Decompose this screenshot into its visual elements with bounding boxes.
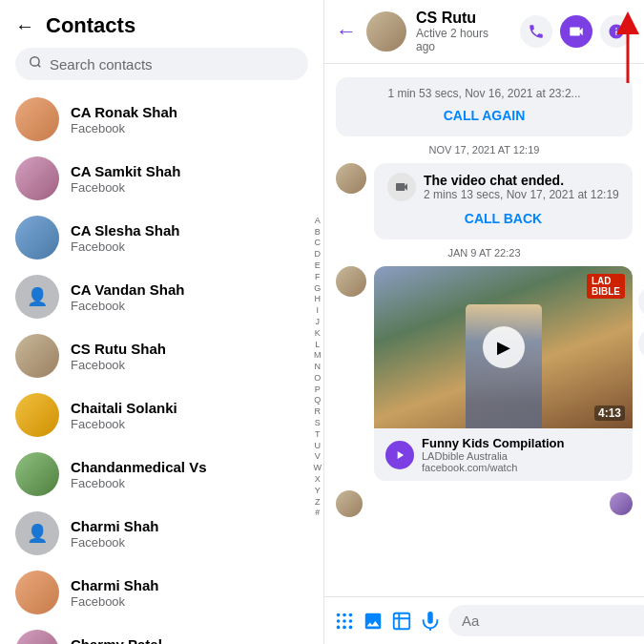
alphabet-letter[interactable]: S [315, 418, 321, 428]
contact-avatar: 👤 [15, 275, 59, 319]
video-badge: LADBIBLE [587, 274, 625, 299]
alphabet-letter[interactable]: E [315, 260, 321, 271]
alphabet-letter[interactable]: V [315, 451, 321, 462]
chat-contact-name: CS Rutu [416, 10, 510, 27]
contact-info: Charmy Patel Facebook [71, 635, 308, 644]
contact-avatar: 👤 [15, 511, 59, 555]
contact-info: Chandanmedical Vs Facebook [71, 458, 308, 491]
contact-item[interactable]: 👤 Charmi Shah Facebook [0, 504, 323, 563]
photo-icon[interactable] [363, 606, 384, 636]
mic-icon[interactable] [420, 606, 441, 636]
alphabet-letter[interactable]: O [314, 373, 321, 384]
contact-item[interactable]: CS Rutu Shah Facebook [0, 326, 323, 385]
contact-sub: Facebook [71, 239, 308, 254]
contact-info: CA Ronak Shah Facebook [71, 103, 308, 136]
contact-name: Chandanmedical Vs [71, 458, 308, 477]
video-thumbnail[interactable]: LADBIBLE ▶ 4:13 [374, 266, 633, 428]
video-title: Funny Kids Compilation [422, 436, 565, 450]
svg-point-7 [337, 613, 341, 616]
contact-sub: Facebook [71, 358, 308, 372]
contact-item[interactable]: CA Ronak Shah Facebook [0, 90, 323, 149]
video-duration: 4:13 [594, 405, 625, 421]
info-button[interactable] [600, 15, 633, 48]
contact-name: CA Vandan Shah [71, 280, 308, 300]
call-again-button[interactable]: CALL AGAIN [444, 104, 526, 127]
video-call-header: The video chat ended. 2 mins 13 secs, No… [387, 173, 619, 201]
contact-name: Charmi Shah [71, 517, 308, 536]
contact-sub: Facebook [71, 535, 308, 550]
contact-item[interactable]: Charmy Patel Facebook [0, 622, 323, 644]
search-icon [29, 55, 42, 73]
share-button[interactable] [638, 285, 644, 318]
alphabet-letter[interactable]: N [315, 362, 322, 372]
video-ended-title: The video chat ended. [424, 173, 619, 188]
sender-avatar-2 [336, 266, 366, 297]
contact-info: Charmi Shah Facebook [71, 576, 308, 610]
gallery-icon[interactable] [391, 606, 412, 636]
alphabet-letter[interactable]: M [314, 350, 322, 361]
alphabet-letter[interactable]: D [315, 249, 322, 260]
phone-call-button[interactable] [520, 15, 552, 48]
video-share-content: LADBIBLE ▶ 4:13 Funny Kids Compilation L [374, 266, 633, 481]
alphabet-letter[interactable]: J [316, 317, 321, 327]
contact-name: CA Ronak Shah [71, 103, 308, 122]
alphabet-letter[interactable]: W [314, 463, 322, 473]
alphabet-letter[interactable]: C [315, 238, 322, 248]
message-input[interactable] [448, 605, 644, 636]
alphabet-letter[interactable]: Z [315, 497, 321, 508]
alphabet-letter[interactable]: P [315, 384, 321, 395]
contact-item[interactable]: Chaitali Solanki Facebook [0, 385, 323, 445]
contact-item[interactable]: Chandanmedical Vs Facebook [0, 445, 323, 504]
alphabet-letter[interactable]: F [315, 272, 321, 282]
alphabet-letter[interactable]: G [314, 283, 321, 294]
svg-point-9 [349, 613, 353, 616]
svg-point-15 [349, 625, 353, 629]
chat-body: 1 min 53 secs, Nov 16, 2021 at 23:2... C… [324, 64, 644, 596]
svg-point-14 [343, 625, 346, 629]
sender-avatar [336, 163, 366, 194]
alphabet-letter[interactable]: T [315, 429, 321, 440]
apps-icon[interactable] [334, 606, 355, 636]
contact-avatar [15, 97, 59, 141]
alphabet-letter[interactable]: R [315, 406, 322, 417]
contact-item[interactable]: Charmi Shah Facebook [0, 563, 323, 622]
contact-avatar [15, 156, 59, 200]
alphabet-letter[interactable]: H [315, 294, 322, 304]
page-title: Contacts [46, 13, 135, 38]
bottom-left-avatar [336, 490, 363, 517]
alphabet-letter[interactable]: K [315, 328, 321, 339]
alphabet-letter[interactable]: B [315, 227, 321, 238]
alphabet-letter[interactable]: X [315, 474, 321, 485]
bottom-row [324, 487, 644, 521]
video-metadata: Funny Kids Compilation LADbible Australi… [422, 436, 565, 473]
contact-avatar [15, 216, 59, 260]
back-button[interactable]: ← [15, 15, 34, 37]
search-bar[interactable]: Search contacts [15, 48, 308, 80]
contact-avatar [15, 571, 59, 614]
contact-item[interactable]: CA Slesha Shah Facebook [0, 208, 323, 267]
search-input-label: Search contacts [50, 56, 153, 73]
alphabet-letter[interactable]: A [315, 216, 321, 226]
alphabet-letter[interactable]: L [315, 340, 320, 350]
contact-item[interactable]: CA Samkit Shah Facebook [0, 149, 323, 208]
play-button[interactable]: ▶ [483, 326, 525, 368]
alphabet-letter[interactable]: # [315, 508, 320, 518]
contact-item[interactable]: 👤 CA Vandan Shah Facebook [0, 267, 323, 326]
contact-sub: Facebook [71, 417, 308, 431]
video-call-button[interactable] [560, 15, 592, 48]
contact-name: Chaitali Solanki [71, 399, 308, 418]
alphabet-letter[interactable]: Q [314, 395, 321, 405]
alphabet-letter[interactable]: U [315, 441, 322, 451]
chat-header: ← CS Rutu Active 2 hours ago [324, 0, 644, 64]
video-info-bar: Funny Kids Compilation LADbible Australi… [374, 428, 633, 481]
call-again-message: 1 min 53 secs, Nov 16, 2021 at 23:2... C… [336, 77, 633, 136]
alphabet-letter[interactable]: I [316, 305, 319, 316]
svg-point-8 [343, 613, 346, 616]
chat-back-button[interactable]: ← [336, 19, 357, 44]
alphabet-letter[interactable]: Y [315, 486, 321, 496]
contact-info: CA Vandan Shah Facebook [71, 280, 308, 314]
contact-sub: Facebook [71, 594, 308, 609]
contact-avatar [15, 452, 59, 496]
call-back-button[interactable]: CALL BACK [387, 207, 619, 230]
camera-button[interactable] [638, 327, 644, 360]
